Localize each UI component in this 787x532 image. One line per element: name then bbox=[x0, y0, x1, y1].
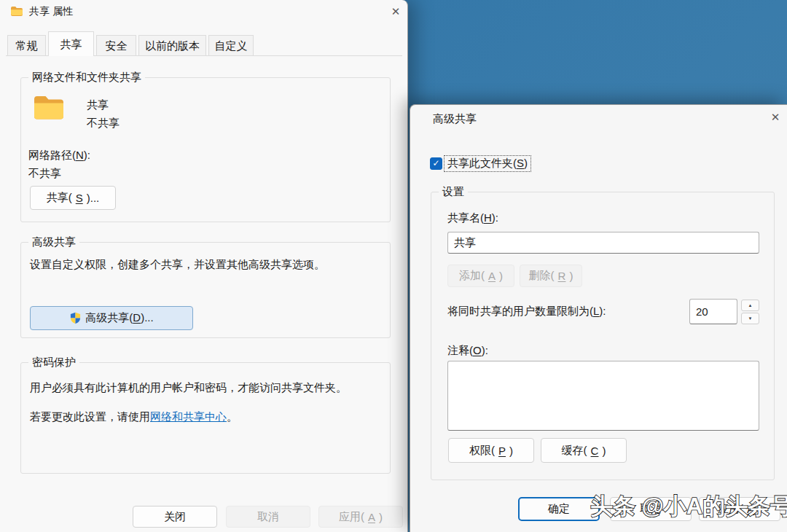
group-title: 高级共享 bbox=[28, 235, 79, 249]
share-name-input[interactable] bbox=[447, 232, 759, 254]
close-icon[interactable]: ✕ bbox=[764, 108, 786, 127]
tab-sharing[interactable]: 共享 bbox=[48, 31, 94, 56]
share-folder-name: 共享 bbox=[87, 98, 109, 112]
network-path-label: 网络路径(N): bbox=[28, 148, 90, 163]
ok-button[interactable]: 确定 bbox=[518, 497, 600, 521]
share-name-label: 共享名(H): bbox=[447, 211, 498, 225]
share-this-folder-label[interactable]: 共享此文件夹(S) bbox=[444, 155, 531, 172]
advanced-sharing-button[interactable]: 高级共享(D)... bbox=[30, 306, 193, 330]
group-title: 网络文件和文件夹共享 bbox=[28, 71, 145, 85]
password-protection-group: 密码保护 用户必须具有此计算机的用户帐户和密码，才能访问共享文件夹。 若要更改此… bbox=[20, 362, 391, 474]
tab-general[interactable]: 常规 bbox=[7, 35, 46, 56]
network-sharing-center-link[interactable]: 网络和共享中心 bbox=[150, 410, 227, 423]
user-limit-input[interactable] bbox=[689, 299, 737, 324]
comments-label: 注释(O): bbox=[447, 343, 488, 358]
remove-button[interactable]: 删除(R) bbox=[520, 265, 582, 287]
password-protection-line2: 若要更改此设置，请使用网络和共享中心。 bbox=[30, 410, 381, 424]
spin-up-icon[interactable]: ▲ bbox=[741, 300, 759, 311]
apply-button[interactable]: 应用(A) bbox=[318, 506, 403, 528]
line2-suffix: 。 bbox=[227, 410, 238, 423]
share-this-folder-checkbox[interactable]: ✓ bbox=[430, 157, 442, 170]
uac-shield-icon bbox=[69, 312, 82, 324]
close-icon[interactable]: ✕ bbox=[385, 2, 407, 21]
permissions-button[interactable]: 权限(P) bbox=[448, 438, 534, 463]
tab-security[interactable]: 安全 bbox=[96, 35, 136, 56]
password-protection-line1: 用户必须具有此计算机的用户帐户和密码，才能访问共享文件夹。 bbox=[30, 380, 381, 395]
advanced-sharing-button-label: 高级共享(D)... bbox=[85, 311, 153, 325]
tab-customize[interactable]: 自定义 bbox=[208, 35, 254, 56]
dialog-title: 高级共享 bbox=[433, 112, 477, 126]
settings-group: 设置 共享名(H): 添加(A) 删除(R) 将同时共享的用户数量限制为(L):… bbox=[431, 192, 775, 480]
advanced-sharing-dialog: 高级共享 ✕ ✓ 共享此文件夹(S) 设置 共享名(H): 添加(A) 删除(R… bbox=[410, 104, 787, 532]
network-path-value: 不共享 bbox=[28, 166, 61, 181]
advanced-sharing-description: 设置自定义权限，创建多个共享，并设置其他高级共享选项。 bbox=[30, 257, 381, 272]
caching-button[interactable]: 缓存(C) bbox=[541, 438, 627, 463]
spin-down-icon[interactable]: ▼ bbox=[741, 313, 759, 324]
comments-textarea[interactable] bbox=[447, 361, 759, 431]
share-button[interactable]: 共享(S)... bbox=[30, 186, 116, 210]
network-sharing-group: 网络文件和文件夹共享 共享 不共享 网络路径(N): 不共享 共享(S)... bbox=[20, 77, 391, 222]
group-title: 密码保护 bbox=[28, 356, 79, 369]
advanced-sharing-group: 高级共享 设置自定义权限，创建多个共享，并设置其他高级共享选项。 高级共享(D) bbox=[20, 242, 391, 338]
folder-icon-large bbox=[33, 94, 65, 122]
dialog-title: 共享 属性 bbox=[29, 5, 73, 18]
user-limit-label: 将同时共享的用户数量限制为(L): bbox=[447, 304, 606, 318]
add-button[interactable]: 添加(A) bbox=[447, 265, 514, 287]
tab-previous-versions[interactable]: 以前的版本 bbox=[138, 35, 206, 56]
cancel-button[interactable]: 取消 bbox=[226, 506, 310, 528]
group-title: 设置 bbox=[439, 185, 468, 199]
properties-dialog: 共享 属性 ✕ 常规 共享 安全 以前的版本 自定义 网络文件和文件夹共享 共享… bbox=[0, 0, 408, 532]
line2-prefix: 若要更改此设置，请使用 bbox=[30, 410, 150, 423]
share-folder-status: 不共享 bbox=[87, 116, 120, 130]
desktop-background: 共享 属性 ✕ 常规 共享 安全 以前的版本 自定义 网络文件和文件夹共享 共享… bbox=[0, 0, 787, 532]
folder-icon bbox=[10, 6, 23, 17]
close-button[interactable]: 关闭 bbox=[133, 506, 217, 528]
watermark: 头条 @小A的头条号 bbox=[590, 491, 787, 522]
